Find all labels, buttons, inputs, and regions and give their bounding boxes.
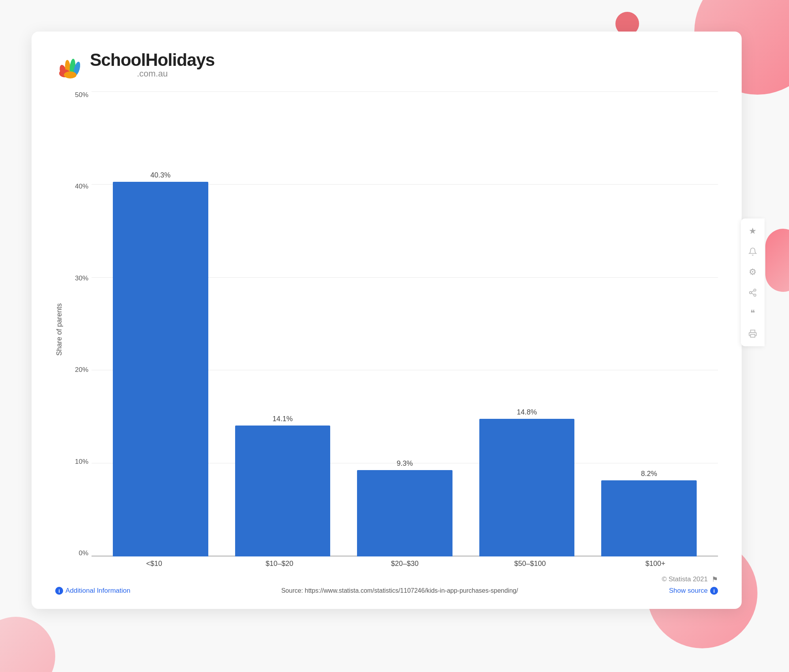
svg-point-7 xyxy=(750,291,752,294)
additional-info-link[interactable]: i Additional Information xyxy=(55,587,130,595)
logo-text: SchoolHolidays .com.au xyxy=(90,51,215,78)
svg-point-8 xyxy=(754,294,756,296)
bar-group: 8.2% xyxy=(588,91,710,556)
quote-button[interactable]: ❝ xyxy=(743,304,762,323)
print-button[interactable] xyxy=(743,324,762,343)
logo-bold-part: Holidays xyxy=(146,50,215,69)
bar xyxy=(601,480,696,556)
chart-inner: 50%40%30%20%10%0% 40.3%14.1%9.3%14.8%8.2… xyxy=(71,91,718,568)
chart-container: Share of parents 50%40%30%20%10%0% 40.3%… xyxy=(55,91,718,568)
svg-point-6 xyxy=(754,289,756,291)
show-source-label: Show source xyxy=(669,587,708,595)
bar-group: 9.3% xyxy=(344,91,466,556)
info-icon: i xyxy=(55,587,63,595)
y-tick: 20% xyxy=(75,366,92,373)
bar-value-label: 40.3% xyxy=(150,171,170,179)
y-tick: 10% xyxy=(75,458,92,465)
footer-top: © Statista 2021 ⚑ xyxy=(55,575,718,584)
bar-value-label: 14.8% xyxy=(517,408,537,416)
logo-domain: .com.au xyxy=(90,69,215,78)
copyright-text: © Statista 2021 xyxy=(662,575,708,583)
chart-plot: 50%40%30%20%10%0% 40.3%14.1%9.3%14.8%8.2… xyxy=(71,91,718,556)
logo-name: SchoolHolidays xyxy=(90,51,215,69)
share-button[interactable] xyxy=(743,283,762,302)
bell-button[interactable] xyxy=(743,242,762,261)
bar-value-label: 9.3% xyxy=(396,459,413,468)
star-button[interactable]: ★ xyxy=(743,222,762,241)
bar xyxy=(113,182,208,556)
logo-area: SchoolHolidays .com.au xyxy=(55,50,718,79)
bg-decoration-bottom-left xyxy=(0,617,55,672)
side-toolbar: ★ ⚙ ❝ xyxy=(741,218,765,346)
svg-line-9 xyxy=(752,293,754,295)
x-tick: $50–$100 xyxy=(467,560,593,568)
y-ticks: 50%40%30%20%10%0% xyxy=(71,91,92,556)
bars-area: 40.3%14.1%9.3%14.8%8.2% xyxy=(92,91,718,556)
bar-group: 14.8% xyxy=(466,91,588,556)
gear-button[interactable]: ⚙ xyxy=(743,263,762,282)
footer: © Statista 2021 ⚑ i Additional Informati… xyxy=(55,575,718,595)
y-tick: 40% xyxy=(75,183,92,190)
bar-group: 14.1% xyxy=(222,91,344,556)
source-url: Source: https://www.statista.com/statist… xyxy=(130,587,669,594)
show-source-button[interactable]: Show source i xyxy=(669,587,718,595)
bar xyxy=(235,426,330,556)
show-source-info-icon: i xyxy=(710,587,718,595)
bar-group: 40.3% xyxy=(99,91,222,556)
bar-value-label: 14.1% xyxy=(273,415,293,423)
y-tick: 50% xyxy=(75,91,92,98)
x-axis: <$10$10–$20$20–$30$50–$100$100+ xyxy=(71,560,718,568)
footer-bottom: i Additional Information Source: https:/… xyxy=(55,587,718,595)
x-tick: <$10 xyxy=(92,560,217,568)
main-card: SchoolHolidays .com.au Share of parents … xyxy=(32,32,742,609)
bar xyxy=(479,419,574,556)
logo-regular-part: School xyxy=(90,50,146,69)
svg-point-5 xyxy=(64,71,77,78)
y-tick: 0% xyxy=(79,550,92,556)
y-axis-label: Share of parents xyxy=(55,303,68,356)
flag-icon: ⚑ xyxy=(712,575,718,584)
svg-line-10 xyxy=(752,291,754,292)
bg-decoration-right-mid xyxy=(765,229,789,292)
y-tick: 30% xyxy=(75,275,92,282)
additional-info-label: Additional Information xyxy=(65,587,130,595)
bar-value-label: 8.2% xyxy=(641,470,657,478)
x-tick: $10–$20 xyxy=(217,560,342,568)
x-tick: $20–$30 xyxy=(342,560,467,568)
x-tick: $100+ xyxy=(593,560,718,568)
logo-icon xyxy=(55,50,84,79)
bar xyxy=(357,470,452,556)
svg-rect-11 xyxy=(751,334,755,337)
